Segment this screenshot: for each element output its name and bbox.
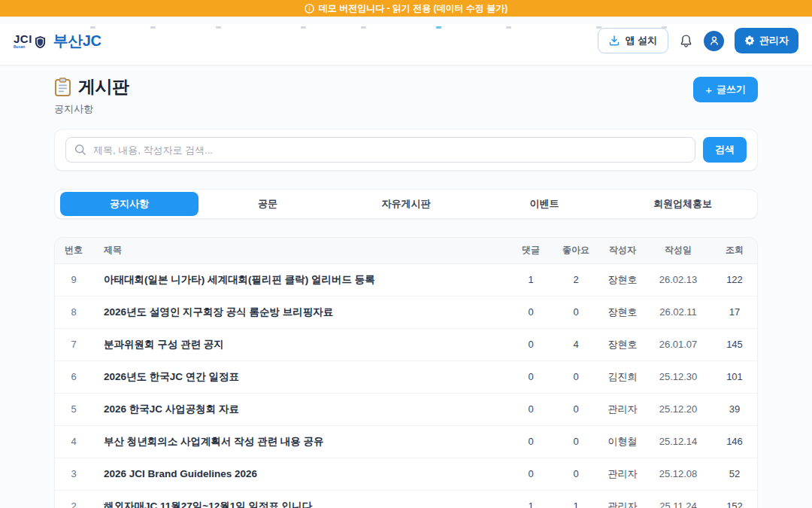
cell-likes: 0 [551,360,601,393]
cell-no: 6 [55,360,92,393]
column-header: 작성자 [601,238,644,263]
table-row[interactable]: 32026 JCI Brand Guidelines 202600관리자25.1… [55,458,757,490]
cell-author: 김진희 [601,360,644,393]
table-header-row: 번호제목댓글좋아요작성자작성일조회 [55,238,757,263]
board-table-card: 번호제목댓글좋아요작성자작성일조회 9아태대회(일본 니가타) 세계대회(필리핀… [54,237,758,508]
cell-views: 39 [712,393,757,425]
cell-author: 장현호 [601,328,644,360]
cell-views: 101 [712,360,757,393]
cell-comments: 0 [511,296,551,328]
clipped-nav-strip [0,26,812,29]
cell-date: 25.12.20 [644,393,712,425]
cell-comments: 0 [511,393,551,425]
cell-comments: 0 [511,360,551,393]
cell-author: 이형철 [601,425,644,458]
cell-likes: 0 [551,296,601,328]
table-row[interactable]: 9아태대회(일본 니가타) 세계대회(필리핀 클락) 얼리버드 등록12장현호2… [55,263,757,296]
cell-comments: 0 [511,458,551,490]
cell-title[interactable]: 분과위원회 구성 관련 공지 [92,328,511,360]
cell-author: 관리자 [601,458,644,490]
page-subtitle: 공지사항 [54,102,129,116]
tab-회원업체홍보[interactable]: 회원업체홍보 [614,192,752,216]
table-row[interactable]: 62026년도 한국JC 연간 일정표00김진희25.12.30101 [55,360,757,393]
cell-no: 3 [55,458,92,490]
column-header: 댓글 [511,238,551,263]
person-icon [709,35,720,46]
write-post-button[interactable]: + 글쓰기 [693,77,758,102]
download-icon [609,35,620,46]
search-icon [74,144,86,156]
cell-date: 25.12.14 [644,425,712,458]
tab-공지사항[interactable]: 공지사항 [60,192,198,216]
table-row[interactable]: 4부산 청년회의소 사업계획서 작성 관련 내용 공유00이형철25.12.14… [55,425,757,458]
admin-label: 관리자 [759,34,789,47]
write-post-label: 글쓰기 [717,83,746,96]
column-header: 조회 [712,238,757,263]
cell-no: 5 [55,393,92,425]
info-circle-icon [304,4,314,14]
search-button[interactable]: 검색 [703,137,747,163]
cell-comments: 1 [511,263,551,296]
cell-date: 25.12.08 [644,458,712,490]
cell-author: 관리자 [601,490,644,508]
cell-likes: 0 [551,425,601,458]
cell-title[interactable]: 부산 청년회의소 사업계획서 작성 관련 내용 공유 [92,425,511,458]
notifications-button[interactable] [679,34,693,48]
cell-title[interactable]: 아태대회(일본 니가타) 세계대회(필리핀 클락) 얼리버드 등록 [92,263,511,296]
cell-views: 152 [712,490,757,508]
column-header: 좋아요 [551,238,601,263]
cell-title[interactable]: 2026년도 한국JC 연간 일정표 [92,360,511,393]
cell-date: 25.11.24 [644,490,712,508]
table-row[interactable]: 52026 한국JC 사업공청회 자료00관리자25.12.2039 [55,393,757,425]
table-row[interactable]: 82026년도 설영인 지구회장 공식 롬순방 브리핑자료00장현호26.02.… [55,296,757,328]
cell-likes: 0 [551,393,601,425]
demo-banner-text: 데모 버전입니다 - 읽기 전용 (데이터 수정 불가) [319,2,508,15]
cell-author: 장현호 [601,296,644,328]
table-row[interactable]: 7분과위원회 구성 관련 공지04장현호26.01.07145 [55,328,757,360]
org-logo[interactable]: JCI Busan 부산JC [14,31,101,51]
cell-views: 145 [712,328,757,360]
cell-title[interactable]: 2026 한국JC 사업공청회 자료 [92,393,511,425]
cell-no: 8 [55,296,92,328]
tab-이벤트[interactable]: 이벤트 [475,192,614,216]
cell-views: 122 [712,263,757,296]
cell-likes: 1 [551,490,601,508]
app-install-button[interactable]: 앱 설치 [598,28,668,53]
board-table: 번호제목댓글좋아요작성자작성일조회 9아태대회(일본 니가타) 세계대회(필리핀… [55,238,757,508]
cell-date: 26.02.11 [644,296,712,328]
cell-author: 관리자 [601,393,644,425]
cell-date: 26.02.13 [644,263,712,296]
jci-shield-icon [35,35,46,49]
cell-no: 7 [55,328,92,360]
app-install-label: 앱 설치 [625,34,657,47]
cell-views: 52 [712,458,757,490]
admin-button[interactable]: 관리자 [735,28,798,53]
plus-icon: + [705,84,712,96]
cell-no: 9 [55,263,92,296]
cell-title[interactable]: 해외자매JC 11월27일~12월1일 일정표 입니다. [92,490,511,508]
jci-logo-text: JCI [14,33,32,44]
table-row[interactable]: 2해외자매JC 11월27일~12월1일 일정표 입니다.11관리자25.11.… [55,490,757,508]
cell-comments: 0 [511,328,551,360]
cell-title[interactable]: 2026 JCI Brand Guidelines 2026 [92,458,511,490]
board-tabs: 공지사항공문자유게시판이벤트회원업체홍보 [54,189,758,219]
cell-comments: 1 [511,490,551,508]
column-header: 제목 [92,238,511,263]
bell-icon [679,34,693,48]
cell-views: 146 [712,425,757,458]
cell-title[interactable]: 2026년도 설영인 지구회장 공식 롬순방 브리핑자료 [92,296,511,328]
cell-author: 장현호 [601,263,644,296]
cell-date: 26.01.07 [644,328,712,360]
column-header: 번호 [55,238,92,263]
clipboard-icon [54,78,71,96]
app-header: JCI Busan 부산JC 앱 설치 관리자 [0,24,812,65]
column-header: 작성일 [644,238,712,263]
cell-likes: 2 [551,263,601,296]
tab-공문[interactable]: 공문 [198,192,337,216]
cell-likes: 4 [551,328,601,360]
tab-자유게시판[interactable]: 자유게시판 [337,192,475,216]
user-avatar[interactable] [704,31,724,51]
cell-no: 4 [55,425,92,458]
cell-date: 25.12.30 [644,360,712,393]
search-input[interactable] [65,137,695,163]
